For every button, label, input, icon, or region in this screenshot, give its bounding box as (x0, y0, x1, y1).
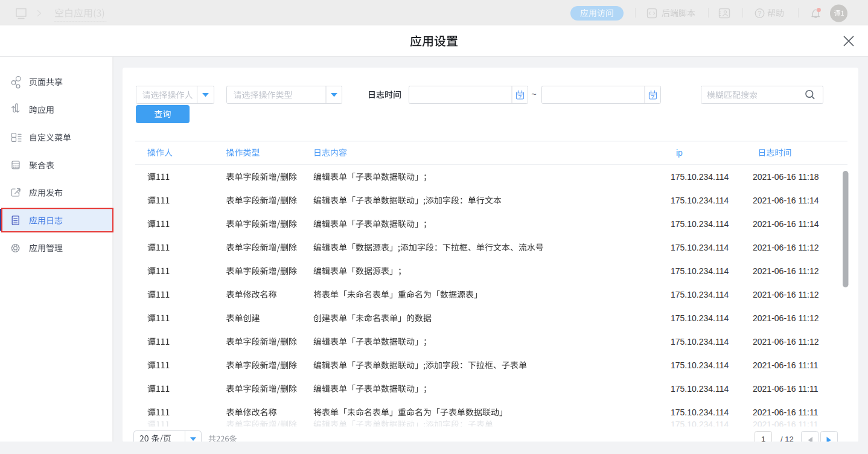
svg-text:2021-06-16 11:18: 2021-06-16 11:18 (753, 172, 819, 182)
svg-text:175.10.234.114: 175.10.234.114 (671, 360, 729, 370)
svg-text:2021-06-16 11:12: 2021-06-16 11:12 (753, 243, 819, 252)
svg-text:2021-06-16 11:14: 2021-06-16 11:14 (753, 219, 819, 229)
svg-text:~: ~ (531, 89, 536, 99)
svg-text:2021-06-16 11:11: 2021-06-16 11:11 (753, 360, 819, 370)
svg-text:2021-06-16 11:14: 2021-06-16 11:14 (753, 196, 819, 205)
svg-text:ip: ip (676, 148, 683, 158)
svg-text:2021-06-16 11:12: 2021-06-16 11:12 (753, 290, 819, 299)
svg-text:175.10.234.114: 175.10.234.114 (671, 172, 729, 182)
svg-text:175.10.234.114: 175.10.234.114 (671, 337, 729, 347)
svg-text:?: ? (758, 10, 762, 17)
svg-text:175.10.234.114: 175.10.234.114 (671, 219, 729, 229)
svg-text:2021-06-16 11:12: 2021-06-16 11:12 (753, 337, 819, 347)
svg-text:175.10.234.114: 175.10.234.114 (671, 243, 729, 252)
svg-text:175.10.234.114: 175.10.234.114 (671, 196, 729, 205)
svg-text:175.10.234.114: 175.10.234.114 (671, 384, 729, 394)
svg-text:2021-06-16 11:11: 2021-06-16 11:11 (753, 384, 819, 394)
svg-text:2021-06-16 11:12: 2021-06-16 11:12 (753, 266, 819, 276)
svg-text:175.10.234.114: 175.10.234.114 (671, 290, 729, 299)
svg-text:2021-06-16 11:12: 2021-06-16 11:12 (753, 313, 819, 323)
svg-text:175.10.234.114: 175.10.234.114 (671, 313, 729, 323)
svg-text:2021-06-16 11:11: 2021-06-16 11:11 (753, 408, 819, 417)
svg-text:175.10.234.114: 175.10.234.114 (671, 266, 729, 276)
svg-text:175.10.234.114: 175.10.234.114 (671, 408, 729, 417)
